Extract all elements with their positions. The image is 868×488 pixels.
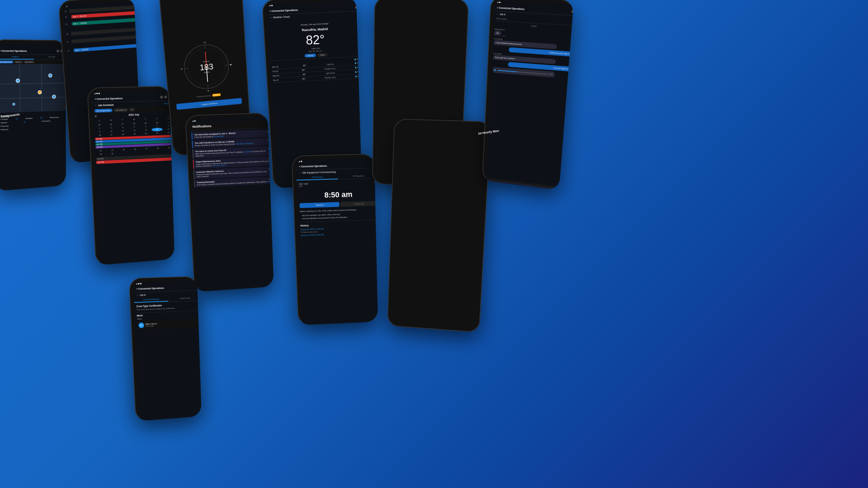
cal-25b[interactable]: 25 <box>118 148 129 152</box>
compass-ring-wrapper: 150 W E N <box>179 39 234 94</box>
forecast-day-0: Mon 24 <box>272 65 282 68</box>
tab-list-view[interactable]: List View <box>34 55 66 59</box>
cal-19[interactable]: 19 <box>129 132 140 136</box>
filter-my-assignments[interactable]: My Assignments <box>0 61 13 63</box>
crew-section: Crew Type Certificates This Crew type do… <box>134 301 201 332</box>
settings-dot-6 <box>140 283 141 284</box>
faceid-card-sub: Make sure you are facing the camera and … <box>386 1 466 3</box>
app-title-11: ≡ Connected Operations <box>497 6 525 10</box>
map-pin-1[interactable]: ☰ <box>16 79 20 83</box>
status-icons-5 <box>192 120 196 122</box>
member-details: Milton Norris Crew Lead <box>145 323 157 327</box>
execution-label: Execution <box>42 120 51 122</box>
forecast-temp-1: 82° <box>302 69 305 71</box>
cal-28b[interactable]: 28 <box>152 146 163 150</box>
app-title-1: ≡ Connected Operations <box>0 49 27 52</box>
status-time-2: 12 <box>65 5 67 7</box>
cal-20[interactable]: 20 <box>140 131 152 135</box>
wifi-dot-5 <box>192 120 194 122</box>
filter-chip-sort[interactable]: ⇅ <box>129 108 135 111</box>
bell-icon[interactable] <box>57 49 59 52</box>
cal-26b[interactable]: 26 <box>130 147 141 151</box>
filter-chip-assignments[interactable]: My Assignments <box>94 108 113 113</box>
worker-photo-bg <box>398 123 491 126</box>
forecast-day-2: Wed 26 <box>273 75 283 77</box>
job-row-17b: 17 <box>67 35 139 43</box>
filter-chip-status[interactable]: Job Status ▾ <box>113 108 128 112</box>
team-member-row[interactable]: MN Milton Norris Crew Lead › <box>137 319 201 329</box>
app-header-1: ≡ Connected Operations <box>0 47 66 55</box>
wifi-dot-7 <box>271 5 273 6</box>
locate-button[interactable]: ⊕ <box>63 104 66 109</box>
started-label: Started <box>1 122 7 124</box>
initiation-count: 15 <box>40 117 42 119</box>
compass-accuracy-label: Compass accuracy: <box>196 95 211 98</box>
check-out-btn[interactable]: Check Out <box>341 201 377 207</box>
compass-accuracy-container: Compass accuracy: Medium <box>196 93 221 98</box>
cal-7[interactable]: 7 <box>152 124 163 128</box>
bell-icon-3[interactable] <box>160 96 163 98</box>
pin-icon-3[interactable] <box>164 96 167 98</box>
audio-waveform <box>498 70 548 75</box>
day-header-w: W <box>129 118 140 121</box>
cal-16[interactable]: 16 <box>94 133 106 137</box>
audio-time: 00:18 <box>549 73 553 75</box>
worker-head <box>438 123 455 125</box>
current-month: 2023 July <box>129 113 139 116</box>
forecast-condition-0: Light rain <box>327 63 334 65</box>
cal-30b[interactable]: 30 <box>95 152 106 156</box>
vest-strap-1 <box>427 123 466 126</box>
cal-27b[interactable]: 27 <box>141 147 152 150</box>
notif-dot-7 <box>269 5 271 6</box>
forecast-temp-0: 82° <box>303 64 306 67</box>
member-role: Crew Lead <box>145 325 157 327</box>
check-in-btn[interactable]: Check In <box>299 202 339 208</box>
cal-31[interactable]: 31 <box>107 152 118 156</box>
prev-month-btn[interactable]: ◀ <box>95 115 96 117</box>
day-header-t1: T <box>117 118 129 122</box>
wifi-dot-8 <box>301 161 302 162</box>
initiation-label: Initiation <box>25 117 33 120</box>
cal-21[interactable]: 21 <box>152 131 163 135</box>
notif-list: You have been assigned to Job J - 081124… <box>190 128 274 189</box>
map-pin-4[interactable]: ☰ <box>48 74 52 78</box>
phone-chat: ≡ Connected Operations ← Job A Arun is t… <box>482 0 574 190</box>
app-title-6: ≡ Connected Operations <box>136 287 164 290</box>
map-pin-3[interactable]: ☰ <box>52 95 56 99</box>
job-item-131287[interactable]: Job J - 131287 <box>74 44 138 52</box>
phone-crew-certs: ≡ Connected Operations ← Job A Crew & Ce… <box>129 276 202 421</box>
heading-value: 183 <box>199 63 214 72</box>
job-item-240593[interactable]: Job J - 240593 <box>72 18 136 25</box>
tab-projects[interactable]: Projects <box>0 55 34 60</box>
msg-patrick-bubble: OK. <box>494 30 501 36</box>
status-icons-8 <box>299 161 302 162</box>
planned-label: Planned <box>1 128 8 131</box>
vest-bg <box>378 1 469 3</box>
job-row-18b: 18 Job J - 131287 <box>67 43 139 54</box>
cal-17[interactable]: 17 <box>106 133 117 137</box>
tab-hourly[interactable]: Hourly <box>304 54 316 58</box>
day-header-m: M <box>105 118 117 122</box>
date-text: Monday, 24th April 2023 8:59AM <box>301 23 328 26</box>
play-icon[interactable]: ▶ <box>494 68 496 72</box>
vest-strap-2 <box>422 123 471 125</box>
map-area[interactable]: ☰ ☰ ☰ ☰ ⊕ <box>0 64 66 113</box>
faceid-overlay: Face lets you use your phone's camera to… <box>378 1 469 3</box>
svg-line-3 <box>208 85 208 88</box>
phone-worker-photo: ✕ ↻ ✱ <box>387 119 491 333</box>
svg-line-2 <box>205 45 205 48</box>
notif-dot-11 <box>497 1 498 3</box>
tab-daily[interactable]: Daily <box>317 53 328 57</box>
wifi-dot-11 <box>499 2 500 3</box>
status-icons-11 <box>497 1 500 3</box>
cal-18[interactable]: 18 <box>117 133 129 136</box>
forecast-temp-2: 82° <box>303 73 306 75</box>
filter-due-date[interactable]: Due Date ▾ <box>24 61 35 63</box>
capture-evidence-btn[interactable]: Capture Evidence <box>176 98 242 110</box>
location-dot <box>13 103 15 105</box>
compass-reading: Heading 183 degrees <box>199 60 214 74</box>
app-title-8: ≡ Connected Operations <box>299 165 327 168</box>
forecast-condition-3: Partially sunny <box>324 76 336 79</box>
battery-dot-5 <box>194 120 196 122</box>
filter-status[interactable]: Status ▾ <box>14 61 23 63</box>
